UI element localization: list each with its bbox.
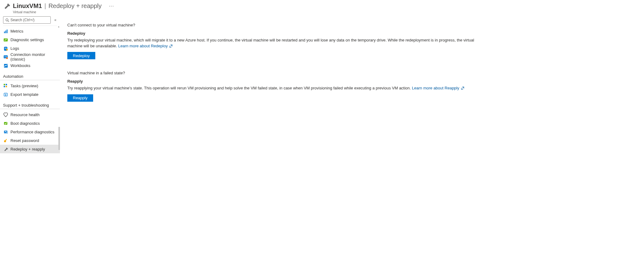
redeploy-desc: Try redeploying your virtual machine, wh… (67, 37, 477, 49)
search-icon (5, 18, 9, 22)
hammer-icon (3, 2, 11, 10)
nav-section-support: Support + troubleshooting (0, 99, 60, 109)
reapply-desc-text: Try reapplying your virtual machine's st… (67, 86, 412, 90)
reapply-title: Reapply (67, 79, 477, 84)
collapse-sidebar-button[interactable]: « (53, 18, 58, 22)
search-wrap[interactable] (3, 16, 51, 24)
sidebar-item-label: Workbooks (10, 63, 30, 68)
reapply-button[interactable]: Reapply (67, 94, 93, 102)
diagnostic-icon (3, 37, 8, 42)
title-separator: | (44, 2, 46, 10)
resource-name: LinuxVM1 (13, 2, 42, 10)
sidebar-item-connection-monitor-classic[interactable]: Connection monitor (classic) (0, 53, 60, 61)
nav-cut-indicator (3, 26, 57, 27)
main-content: Can't connect to your virtual machine? R… (60, 15, 483, 200)
export-icon (3, 92, 8, 97)
sidebar-item-export-template[interactable]: Export template (0, 90, 60, 99)
sidebar-item-redeploy-reapply[interactable]: Redeploy + reapply (0, 145, 60, 153)
search-input[interactable] (10, 18, 49, 22)
sidebar-item-label: Redeploy + reapply (10, 147, 45, 151)
metrics-icon (3, 29, 8, 33)
redeploy-link-text: Learn more about Redeploy (118, 44, 168, 48)
sidebar-item-performance-diagnostics[interactable]: Performance diagnostics (0, 128, 60, 136)
scrollbar[interactable]: ▴ (58, 26, 60, 200)
sidebar-item-resource-health[interactable]: Resource health (0, 110, 60, 119)
sidebar-item-metrics[interactable]: Metrics (0, 27, 60, 35)
hammer-icon (3, 147, 8, 151)
sidebar-item-label: Export template (10, 92, 38, 97)
sidebar-item-label: Resource health (10, 112, 40, 117)
external-link-icon (169, 45, 172, 48)
reapply-question: Virtual machine in a failed state? (67, 70, 477, 76)
sidebar-item-label: Performance diagnostics (10, 130, 54, 134)
nav-section-automation: Automation (0, 70, 60, 80)
sidebar-item-label: Metrics (10, 29, 23, 33)
scroll-thumb[interactable] (58, 127, 60, 150)
sidebar-item-label: Tasks (preview) (10, 84, 38, 88)
sidebar-item-diagnostic-settings[interactable]: Diagnostic settings (0, 35, 60, 44)
page-title: Redeploy + reapply (49, 2, 102, 10)
redeploy-learn-more-link[interactable]: Learn more about Redeploy (118, 44, 172, 48)
boot-icon (3, 121, 8, 126)
page-header: LinuxVM1 | Redeploy + reapply ··· Virtua… (0, 0, 483, 15)
sidebar: « MetricsDiagnostic settingsLogsConnecti… (0, 15, 60, 200)
nav-scroll[interactable]: MetricsDiagnostic settingsLogsConnection… (0, 26, 60, 200)
sidebar-item-label: Reset password (10, 138, 39, 143)
reapply-learn-more-link[interactable]: Learn more about Reapply (412, 86, 464, 90)
sidebar-item-label: Diagnostic settings (10, 37, 44, 42)
redeploy-question: Can't connect to your virtual machine? (67, 22, 477, 28)
connmon-icon (3, 54, 8, 59)
sidebar-item-workbooks[interactable]: Workbooks (0, 61, 60, 70)
scroll-up-arrow[interactable]: ▴ (57, 26, 60, 28)
sidebar-item-reset-password[interactable]: Reset password (0, 136, 60, 145)
logs-icon (3, 46, 8, 51)
sidebar-item-label: Logs (10, 46, 19, 51)
reapply-desc: Try reapplying your virtual machine's st… (67, 85, 477, 91)
key-icon (3, 138, 8, 143)
sidebar-item-label: Boot diagnostics (10, 121, 40, 126)
health-icon (3, 112, 8, 117)
workbooks-icon (3, 63, 8, 68)
overflow-menu[interactable]: ··· (109, 3, 114, 9)
tasks-icon (3, 83, 8, 88)
external-link-icon (461, 87, 464, 90)
sidebar-item-tasks-preview[interactable]: Tasks (preview) (0, 81, 60, 90)
sidebar-item-label: Connection monitor (classic) (10, 52, 60, 61)
sidebar-item-boot-diagnostics[interactable]: Boot diagnostics (0, 119, 60, 128)
redeploy-button[interactable]: Redeploy (67, 52, 95, 59)
reapply-link-text: Learn more about Reapply (412, 86, 459, 90)
sidebar-item-logs[interactable]: Logs (0, 44, 60, 53)
perf-icon (3, 129, 8, 134)
resource-type: Virtual machine (13, 10, 114, 14)
redeploy-title: Redeploy (67, 31, 477, 37)
